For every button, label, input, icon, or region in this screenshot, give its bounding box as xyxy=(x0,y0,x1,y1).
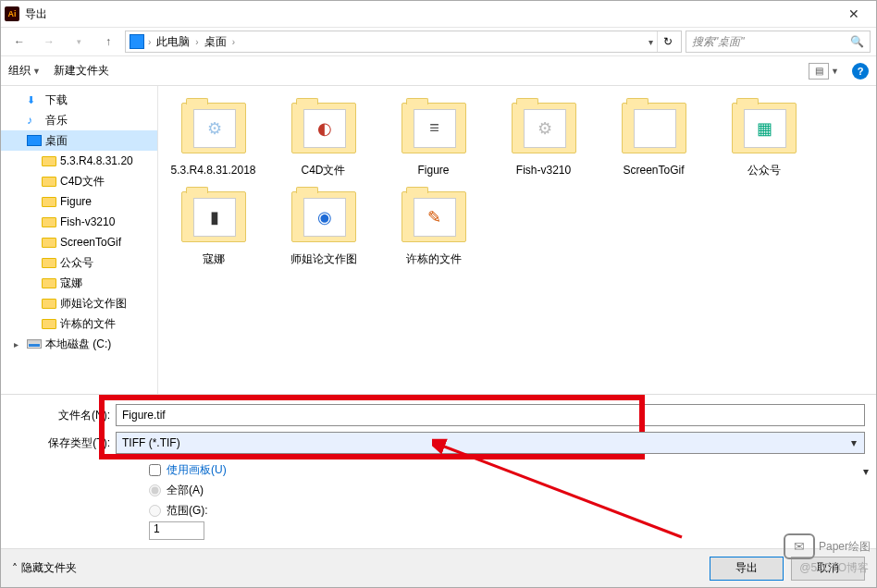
folder-icon: ◐ xyxy=(287,95,361,160)
search-icon: 🔍 xyxy=(850,35,864,48)
desk-icon xyxy=(27,135,42,146)
help-button[interactable]: ? xyxy=(852,63,869,80)
filetype-combo[interactable]: TIFF (*.TIF) ▾ xyxy=(116,432,865,454)
item-label: ScreenToGif xyxy=(623,164,684,177)
file-grid[interactable]: ⚙5.3.R4.8.31.2018◐C4D文件≡Figure⚙Fish-v321… xyxy=(158,86,876,394)
form-area: 文件名(N): Figure.tif ▾ 保存类型(T): TIFF (*.TI… xyxy=(1,394,876,548)
folder-item[interactable]: ▮寇娜 xyxy=(169,184,257,265)
close-button[interactable]: ✕ xyxy=(835,2,872,26)
back-button[interactable]: ← xyxy=(6,31,32,53)
expand-icon[interactable]: ▸ xyxy=(14,339,23,349)
chevron-down-icon[interactable]: ▾ xyxy=(648,37,653,47)
folder-icon xyxy=(42,197,56,207)
chevron-right-icon: › xyxy=(193,37,200,47)
folder-item[interactable]: ≡Figure xyxy=(389,95,477,177)
nav-toolbar: ← → ▾ ↑ › 此电脑 › 桌面 › ▾ ↻ 搜索"桌面" 🔍 xyxy=(1,27,876,56)
folder-icon: ✎ xyxy=(397,184,471,249)
refresh-button[interactable]: ↻ xyxy=(657,31,677,52)
chevron-down-icon[interactable]: ▾ xyxy=(858,397,874,546)
folder-icon: ◉ xyxy=(287,184,361,249)
chevron-down-icon[interactable]: ▾ xyxy=(846,435,862,451)
folder-item[interactable]: ✎许栋的文件 xyxy=(389,184,477,265)
tree-item[interactable]: Figure xyxy=(1,191,157,212)
path-segment[interactable]: 桌面 xyxy=(203,34,229,50)
folder-icon xyxy=(42,217,56,227)
tree-item[interactable]: 5.3.R4.8.31.20 xyxy=(1,151,157,171)
window-title: 导出 xyxy=(25,6,47,22)
monitor-icon xyxy=(130,34,144,49)
footer: ˄ 隐藏文件夹 导出 取消 xyxy=(1,548,876,587)
nav-tree: 下载音乐桌面5.3.R4.8.31.20C4D文件FigureFish-v321… xyxy=(1,86,158,394)
filename-input[interactable]: Figure.tif ▾ xyxy=(116,404,865,426)
folder-item[interactable]: ⚙5.3.R4.8.31.2018 xyxy=(169,95,257,177)
chevron-up-icon: ˄ xyxy=(12,562,18,575)
folder-icon xyxy=(42,278,56,288)
organize-menu[interactable]: 组织▼ xyxy=(8,63,41,79)
item-label: 许栋的文件 xyxy=(406,252,462,265)
tree-label: 师姐论文作图 xyxy=(60,296,127,312)
folder-icon: ⚙ xyxy=(507,95,581,160)
chevron-right-icon: › xyxy=(230,37,237,47)
chevron-right-icon: › xyxy=(146,37,153,47)
command-bar: 组织▼ 新建文件夹 ▤▼ ? xyxy=(1,56,876,86)
folder-icon xyxy=(42,319,56,329)
tree-item[interactable]: C4D文件 xyxy=(1,171,157,191)
body: 下载音乐桌面5.3.R4.8.31.20C4D文件FigureFish-v321… xyxy=(1,86,876,394)
use-artboard-checkbox[interactable] xyxy=(149,464,161,476)
folder-icon xyxy=(42,238,56,248)
use-artboard-label: 使用画板(U) xyxy=(167,462,227,478)
tree-label: 5.3.R4.8.31.20 xyxy=(60,154,133,167)
folder-icon xyxy=(42,177,56,187)
music-icon xyxy=(27,114,42,127)
tree-item[interactable]: 师姐论文作图 xyxy=(1,293,157,313)
export-button[interactable]: 导出 xyxy=(710,557,784,581)
tree-item[interactable]: 许栋的文件 xyxy=(1,313,157,334)
tree-item[interactable]: ScreenToGif xyxy=(1,232,157,252)
all-radio[interactable] xyxy=(149,484,161,496)
search-input[interactable]: 搜索"桌面" 🔍 xyxy=(686,31,871,53)
tree-label: 下载 xyxy=(45,92,68,108)
filetype-label: 保存类型(T): xyxy=(12,435,116,451)
disk-icon xyxy=(27,339,42,349)
folder-icon xyxy=(42,156,56,166)
export-dialog: Ai 导出 ✕ ← → ▾ ↑ › 此电脑 › 桌面 › ▾ ↻ 搜索"桌面" … xyxy=(0,0,877,588)
range-input[interactable]: 1 xyxy=(149,521,204,540)
tree-item[interactable]: 下载 xyxy=(1,90,157,110)
tree-item[interactable]: 桌面 xyxy=(1,130,157,151)
range-radio[interactable] xyxy=(149,505,161,517)
tree-label: C4D文件 xyxy=(60,174,105,190)
folder-item[interactable]: ◐C4D文件 xyxy=(279,95,367,177)
item-label: 寇娜 xyxy=(203,252,225,265)
folder-item[interactable]: ▦公众号 xyxy=(720,95,808,177)
titlebar: Ai 导出 ✕ xyxy=(1,1,876,27)
tree-label: Fish-v3210 xyxy=(60,215,115,228)
folder-item[interactable]: ◉师姐论文作图 xyxy=(279,184,367,265)
new-folder-button[interactable]: 新建文件夹 xyxy=(54,63,109,79)
up-button[interactable]: ↑ xyxy=(95,31,121,53)
path-segment[interactable]: 此电脑 xyxy=(154,34,191,50)
folder-item[interactable]: ⚙Fish-v3210 xyxy=(500,95,587,177)
all-label: 全部(A) xyxy=(167,483,204,498)
folder-icon xyxy=(617,95,691,160)
folder-icon xyxy=(42,299,56,309)
folder-icon: ▦ xyxy=(727,95,801,160)
folder-item[interactable]: ScreenToGif xyxy=(610,95,698,177)
dl-icon xyxy=(27,93,42,106)
breadcrumb[interactable]: › 此电脑 › 桌面 › ▾ ↻ xyxy=(125,31,682,53)
artboard-options: 使用画板(U) 全部(A) 范围(G): 1 xyxy=(149,459,865,541)
search-placeholder: 搜索"桌面" xyxy=(692,34,850,50)
tree-item[interactable]: Fish-v3210 xyxy=(1,212,157,232)
folder-icon xyxy=(42,258,56,268)
tree-item[interactable]: 公众号 xyxy=(1,252,157,273)
item-label: C4D文件 xyxy=(301,164,345,177)
tree-item[interactable]: 音乐 xyxy=(1,110,157,130)
tree-item[interactable]: 寇娜 xyxy=(1,273,157,293)
folder-icon: ≡ xyxy=(397,95,471,160)
forward-button[interactable]: → xyxy=(36,31,62,53)
tree-item[interactable]: ▸本地磁盘 (C:) xyxy=(1,334,157,354)
view-mode-button[interactable]: ▤▼ xyxy=(809,63,839,80)
hide-folders-toggle[interactable]: ˄ 隐藏文件夹 xyxy=(12,560,77,576)
cancel-button[interactable]: 取消 xyxy=(791,557,865,581)
tree-label: 许栋的文件 xyxy=(60,316,116,332)
recent-dropdown[interactable]: ▾ xyxy=(66,31,92,53)
